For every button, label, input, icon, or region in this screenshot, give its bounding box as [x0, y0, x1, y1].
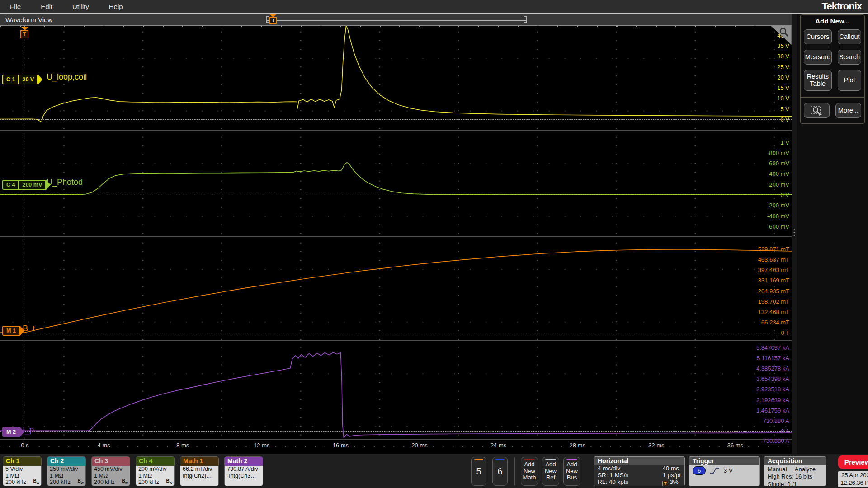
trace-c1-voltage — [0, 26, 792, 131]
channel-card-header: Ch 2 — [47, 457, 85, 466]
add-new-bus-button[interactable]: AddNewBus — [563, 457, 580, 486]
acquisition-panel-body: Manual, Analyze High Res: 16 bits Single… — [764, 465, 826, 486]
menu-edit[interactable]: Edit — [34, 1, 59, 12]
add-new-panel: Add New... CursorsCalloutMeasureSearchRe… — [800, 14, 865, 124]
y-label-m2-current-2: 4.385278 kA — [756, 365, 789, 372]
channel-card-ch2[interactable]: Ch 2250 mV/div1 MΩ200 kHzBw — [47, 456, 86, 486]
channel-card-row: 66.2 mT/div — [183, 466, 216, 473]
badge-core: C 120 V — [2, 75, 38, 84]
y-label-m1-bfield-0: 529.871 mT — [758, 246, 789, 253]
splitter-handle-icon[interactable] — [793, 228, 795, 237]
channel-card-ch3[interactable]: Ch 3450 mV/div1 MΩ200 kHzBw — [91, 456, 130, 486]
y-label-m2-current-1: 5.116157 kA — [757, 355, 789, 361]
trace-m2-current — [0, 341, 792, 440]
channel-badge-m2[interactable]: M 2 — [2, 427, 24, 437]
badge-segment: 20 V — [18, 75, 37, 84]
bandwidth-icon: Bw — [78, 479, 84, 485]
sidebar-button-callout[interactable]: Callout — [838, 29, 861, 44]
x-tick-1: 4 ms — [96, 442, 112, 449]
add-new-header: Add New... — [804, 17, 861, 25]
horizontal-row-1-label: SR: 1 MS/s — [598, 472, 655, 479]
y-label-c4-photodiode-5: 0 V — [780, 192, 789, 198]
trace-label-b-t[interactable]: B_t — [23, 324, 35, 333]
horizontal-panel-title: Horizontal — [594, 457, 684, 465]
x-tick-9: 36 ms — [726, 442, 745, 449]
channel-card-row: 250 mV/div — [50, 466, 83, 473]
x-tick-8: 32 ms — [647, 442, 665, 449]
y-label-c4-photodiode-4: 200 mV — [769, 181, 789, 188]
horizontal-row-0-label: 4 ms/div — [598, 465, 655, 472]
sidebar-divider — [801, 97, 864, 98]
y-label-m1-bfield-3: 331.169 mT — [758, 277, 789, 284]
channel-card-math2[interactable]: Math 2730.87 A/div-Intg(Ch3… — [224, 456, 263, 486]
y-label-c4-photodiode-6: -200 mV — [767, 202, 789, 209]
acquisition-panel[interactable]: Acquisition Manual, Analyze High Res: 16… — [764, 456, 826, 486]
channel-card-body: 5 V/div1 MΩ200 kHzBw — [3, 466, 41, 486]
badge-tip — [38, 75, 42, 84]
bottom-bar: Ch 15 V/div1 MΩ200 kHzBwCh 2250 mV/div1 … — [0, 454, 868, 488]
acquisition-single: Single: 0 /1 — [768, 481, 822, 487]
record-trigger-flag-icon[interactable]: T — [269, 14, 277, 24]
record-view-bar[interactable]: T — [266, 16, 527, 23]
channel-card-row: Intg(Ch2)… — [183, 473, 216, 479]
sidebar-button-measure[interactable]: Measure — [804, 50, 832, 65]
channel-badge-m1[interactable]: M 1 — [2, 326, 24, 336]
trigger-panel[interactable]: Trigger 6 3 V — [689, 456, 760, 486]
bandwidth-icon: Bw — [166, 479, 172, 485]
x-tick-0: 0 s — [19, 442, 30, 449]
channel-card-math1[interactable]: Math 166.2 mT/divIntg(Ch2)… — [180, 456, 219, 486]
panel-splitter[interactable] — [792, 14, 797, 454]
date-text: 25 Apr 2025 — [839, 472, 868, 479]
channel-badge-c4[interactable]: C 4200 mV — [2, 180, 51, 190]
sidebar-button-plot[interactable]: Plot — [838, 70, 861, 91]
menu-utility[interactable]: Utility — [66, 1, 95, 12]
bottom-divider-1 — [514, 457, 515, 485]
y-label-m1-bfield-7: 66.234 mT — [761, 319, 789, 326]
x-tick-4: 16 ms — [331, 442, 350, 449]
add-new-ref-button[interactable]: AddNewRef — [542, 457, 559, 486]
trigger-flag-icon[interactable]: T — [20, 27, 29, 38]
menu-bar: File Edit Utility Help Tektronix — [0, 0, 868, 13]
trace-label-u-photod[interactable]: U_Photod — [47, 178, 83, 187]
acquisition-panel-title: Acquisition — [764, 457, 826, 465]
y-label-c4-photodiode-0: 1 V — [780, 139, 789, 146]
badge-core: M 1 — [2, 326, 20, 336]
channel-card-row: 5 V/div — [5, 466, 39, 473]
view-button-6[interactable]: 6 — [492, 457, 508, 486]
trace-label-u-loop-coil[interactable]: U_loop,coil — [47, 72, 87, 82]
badge-segment: M 2 — [3, 428, 19, 436]
add-button-stripe — [545, 459, 556, 460]
y-label-m2-current-9: -730.880 A — [761, 437, 789, 444]
add-new-math-button[interactable]: AddNewMath — [521, 457, 538, 486]
more-button[interactable]: More... — [835, 103, 861, 118]
trace-c4-photodiode — [0, 131, 792, 237]
tektronix-logo: Tektronix — [822, 0, 862, 12]
zoom-select-button[interactable] — [804, 103, 830, 118]
plot-region[interactable]: T 0 s4 ms8 ms12 ms16 ms20 ms24 ms28 ms32… — [0, 26, 792, 454]
y-label-m1-bfield-4: 264.935 mT — [758, 288, 789, 295]
sidebar-button-cursors[interactable]: Cursors — [804, 29, 832, 44]
horizontal-row-2-label: RL: 40 kpts — [598, 479, 655, 486]
channel-badge-c1[interactable]: C 120 V — [2, 75, 42, 84]
y-label-m2-current-7: 730.880 A — [763, 418, 789, 424]
horizontal-panel[interactable]: Horizontal 4 ms/div40 msSR: 1 MS/s1 µs/p… — [594, 456, 685, 486]
channel-card-body: 250 mV/div1 MΩ200 kHzBw — [47, 466, 85, 486]
view-button-5[interactable]: 5 — [471, 457, 486, 486]
y-label-c1-voltage-7: 5 V — [780, 106, 789, 113]
channel-card-header: Ch 1 — [3, 457, 41, 466]
menu-file[interactable]: File — [4, 1, 27, 12]
channel-card-header: Math 1 — [180, 457, 218, 466]
sidebar-button-search[interactable]: Search — [838, 50, 861, 65]
y-label-c4-photodiode-2: 600 mV — [769, 160, 789, 167]
horizontal-row-2-value: T3% — [662, 479, 681, 486]
channel-card-ch1[interactable]: Ch 15 V/div1 MΩ200 kHzBw — [3, 456, 42, 486]
channel-card-row: 730.87 A/div — [227, 466, 260, 473]
sidebar-button-results-table[interactable]: Results Table — [804, 70, 832, 91]
preview-button[interactable]: Preview — [838, 455, 868, 469]
channel-card-ch4[interactable]: Ch 4200 mV/div1 MΩ200 kHzBw — [136, 456, 175, 486]
badge-segment: 200 mV — [18, 181, 45, 189]
pane-m2-current: 5.847037 kA5.116157 kA4.385278 kA3.65439… — [0, 341, 792, 440]
trace-m1-bfield — [0, 237, 792, 341]
channel-card-body: 450 mV/div1 MΩ200 kHzBw — [92, 466, 130, 486]
menu-help[interactable]: Help — [103, 1, 129, 12]
